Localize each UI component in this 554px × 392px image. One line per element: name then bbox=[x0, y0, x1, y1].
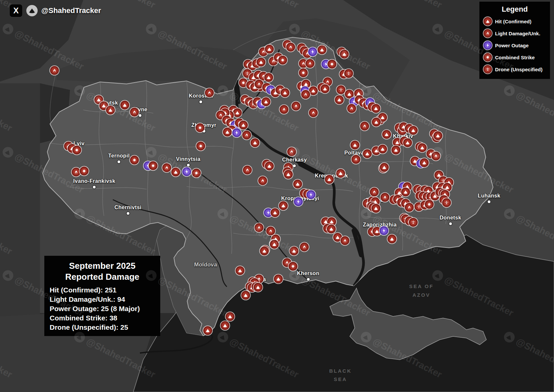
marker-combo[interactable] bbox=[196, 142, 205, 151]
marker-power[interactable] bbox=[379, 226, 388, 235]
marker-fire[interactable] bbox=[291, 102, 300, 111]
marker-hit[interactable] bbox=[241, 291, 250, 300]
marker-combo[interactable] bbox=[327, 60, 336, 69]
marker-hit[interactable] bbox=[262, 97, 271, 106]
marker-combo[interactable] bbox=[299, 68, 308, 77]
marker-hit[interactable] bbox=[293, 180, 302, 189]
marker-combo[interactable] bbox=[425, 200, 434, 209]
marker-fire[interactable] bbox=[243, 166, 252, 175]
marker-drone[interactable] bbox=[336, 85, 345, 94]
marker-fire[interactable] bbox=[360, 122, 369, 131]
marker-power[interactable] bbox=[294, 197, 303, 206]
marker-fire[interactable] bbox=[347, 104, 356, 113]
marker-combo[interactable] bbox=[130, 156, 139, 165]
marker-fire[interactable] bbox=[351, 155, 360, 164]
marker-hit[interactable] bbox=[433, 131, 442, 140]
marker-hit[interactable] bbox=[418, 143, 427, 152]
marker-hit[interactable] bbox=[257, 58, 266, 67]
marker-hit[interactable] bbox=[265, 162, 274, 171]
marker-hit[interactable] bbox=[371, 204, 380, 213]
marker-drone[interactable] bbox=[409, 218, 418, 227]
marker-hit[interactable] bbox=[320, 84, 329, 93]
marker-hit[interactable] bbox=[380, 163, 389, 172]
marker-hit[interactable] bbox=[309, 86, 318, 95]
marker-hit[interactable] bbox=[264, 73, 273, 82]
marker-combo[interactable] bbox=[72, 146, 81, 155]
marker-hit[interactable] bbox=[372, 118, 381, 127]
marker-fire[interactable] bbox=[279, 105, 288, 114]
marker-hit[interactable] bbox=[265, 45, 274, 54]
marker-hit[interactable] bbox=[106, 106, 115, 115]
account-handle[interactable]: @ShahedTracker bbox=[41, 6, 101, 15]
marker-hit[interactable] bbox=[236, 266, 245, 275]
marker-hit[interactable] bbox=[391, 146, 400, 155]
marker-fire[interactable] bbox=[380, 193, 389, 202]
marker-power[interactable] bbox=[182, 167, 191, 176]
marker-hit[interactable] bbox=[382, 130, 391, 139]
marker-hit[interactable] bbox=[371, 104, 380, 113]
marker-hit[interactable] bbox=[280, 88, 289, 97]
marker-fire[interactable] bbox=[431, 152, 440, 161]
marker-hit[interactable] bbox=[327, 224, 336, 233]
marker-hit[interactable] bbox=[279, 201, 288, 210]
marker-fire[interactable] bbox=[50, 66, 59, 75]
marker-hit[interactable] bbox=[289, 246, 298, 255]
marker-fire[interactable] bbox=[162, 163, 171, 172]
marker-hit[interactable] bbox=[171, 168, 180, 177]
shahedtracker-logo-icon[interactable] bbox=[26, 5, 38, 16]
marker-fire[interactable] bbox=[301, 90, 310, 99]
marker-combo[interactable] bbox=[149, 161, 158, 170]
marker-fire[interactable] bbox=[205, 88, 214, 97]
marker-fire[interactable] bbox=[340, 236, 349, 245]
marker-drone[interactable] bbox=[344, 69, 353, 78]
marker-hit[interactable] bbox=[363, 149, 372, 158]
marker-hit[interactable] bbox=[251, 138, 260, 147]
marker-hit[interactable] bbox=[226, 312, 235, 321]
marker-hit[interactable] bbox=[336, 169, 345, 178]
marker-hit[interactable] bbox=[403, 138, 412, 147]
marker-combo[interactable] bbox=[80, 167, 89, 176]
marker-fire[interactable] bbox=[300, 242, 309, 251]
marker-combo[interactable] bbox=[196, 123, 205, 132]
marker-hit[interactable] bbox=[233, 108, 242, 117]
marker-fire[interactable] bbox=[72, 168, 81, 177]
marker-fire[interactable] bbox=[370, 188, 379, 196]
marker-combo[interactable] bbox=[192, 169, 201, 178]
marker-combo[interactable] bbox=[278, 56, 287, 65]
marker-hit[interactable] bbox=[401, 188, 410, 196]
marker-drone[interactable] bbox=[442, 198, 451, 207]
marker-fire[interactable] bbox=[258, 176, 267, 185]
marker-hit[interactable] bbox=[387, 234, 396, 243]
marker-fire[interactable] bbox=[287, 147, 296, 156]
marker-fire[interactable] bbox=[305, 59, 314, 68]
marker-hit[interactable] bbox=[335, 95, 344, 104]
marker-fire[interactable] bbox=[309, 108, 318, 117]
marker-fire[interactable] bbox=[130, 108, 139, 117]
marker-hit[interactable] bbox=[203, 326, 212, 335]
marker-hit[interactable] bbox=[260, 246, 269, 255]
marker-fire[interactable] bbox=[286, 43, 295, 52]
marker-hit[interactable] bbox=[420, 158, 429, 167]
marker-hit[interactable] bbox=[409, 126, 418, 135]
marker-hit[interactable] bbox=[340, 50, 349, 59]
marker-hit[interactable] bbox=[350, 141, 359, 150]
marker-fire[interactable] bbox=[255, 223, 264, 232]
marker-hit[interactable] bbox=[271, 208, 279, 217]
marker-fire[interactable] bbox=[266, 226, 275, 235]
marker-hit[interactable] bbox=[345, 90, 354, 99]
marker-hit[interactable] bbox=[325, 175, 334, 184]
marker-hit[interactable] bbox=[239, 121, 248, 130]
marker-power[interactable] bbox=[306, 190, 315, 199]
marker-hit[interactable] bbox=[254, 283, 263, 292]
marker-power[interactable] bbox=[232, 128, 241, 137]
x-logo-icon[interactable]: X bbox=[9, 4, 23, 17]
marker-hit[interactable] bbox=[221, 321, 230, 330]
marker-combo[interactable] bbox=[288, 262, 297, 271]
marker-hit[interactable] bbox=[270, 240, 279, 249]
marker-hit[interactable] bbox=[274, 274, 283, 283]
marker-fire[interactable] bbox=[405, 203, 414, 212]
marker-hit[interactable] bbox=[317, 45, 326, 54]
marker-hit[interactable] bbox=[284, 170, 293, 179]
marker-fire[interactable] bbox=[242, 131, 251, 140]
marker-hit[interactable] bbox=[378, 145, 387, 154]
